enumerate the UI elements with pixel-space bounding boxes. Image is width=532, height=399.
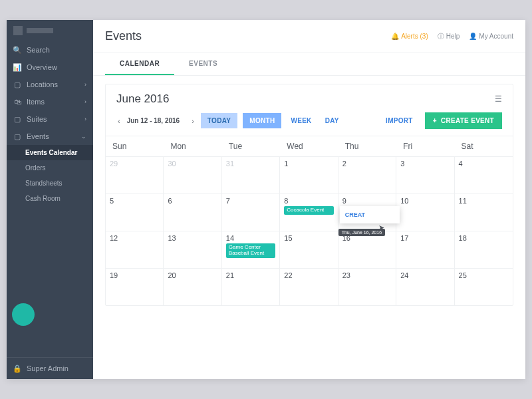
app-shell: 🔍 Search 📊Overview▢Locations›🛍Items›▢Sui… xyxy=(7,20,525,379)
calendar-cell[interactable]: 3 xyxy=(396,156,454,194)
day-number: 19 xyxy=(110,271,159,279)
calendar-cell[interactable]: 7 xyxy=(222,194,280,231)
calendar-cell[interactable]: 5 xyxy=(106,194,164,231)
calendar-cell[interactable]: 29 xyxy=(106,156,164,194)
calendar-cell[interactable]: 30 xyxy=(164,156,221,194)
day-number: 22 xyxy=(284,271,333,279)
calendar-cell[interactable]: 25 xyxy=(455,268,513,305)
help-label: Help xyxy=(446,33,460,40)
account-button[interactable]: 👤 My Account xyxy=(469,33,513,40)
plus-icon: + xyxy=(433,117,437,124)
alerts-button[interactable]: 🔔 Alerts (3) xyxy=(391,33,428,40)
date-range: Jun 12 - 18, 2016 xyxy=(127,117,180,124)
calendar-cell[interactable]: 24 xyxy=(396,268,454,305)
sidebar-icon: ▢ xyxy=(13,132,21,140)
day-button[interactable]: DAY xyxy=(321,113,343,128)
dow-header: Wed xyxy=(280,136,338,156)
calendar-cell[interactable]: 6 xyxy=(164,194,221,231)
filter-icon[interactable]: ☰ xyxy=(495,94,502,104)
calendar-cell[interactable]: 13 xyxy=(164,231,221,268)
fab-button[interactable] xyxy=(12,303,35,326)
sidebar-sub-events-calendar[interactable]: Events Calendar xyxy=(7,145,93,160)
page-title: Events xyxy=(105,29,142,43)
dow-header: Tue xyxy=(222,136,280,156)
sidebar-sub-orders[interactable]: Orders xyxy=(7,160,93,176)
content: June 2016 ☰ ‹ Jun 12 - 18, 2016 › TODAY … xyxy=(93,76,525,379)
day-number: 12 xyxy=(110,234,159,242)
cursor-icon: ➤ xyxy=(378,223,384,232)
calendar-card: June 2016 ☰ ‹ Jun 12 - 18, 2016 › TODAY … xyxy=(105,84,513,306)
dow-header: Mon xyxy=(164,136,221,156)
calendar-toolbar: ‹ Jun 12 - 18, 2016 › TODAY MONTH WEEK D… xyxy=(106,106,513,136)
sidebar-sub-cash-room[interactable]: Cash Room xyxy=(7,191,93,206)
sidebar-sub-standsheets[interactable]: Standsheets xyxy=(7,176,93,191)
day-number: 31 xyxy=(226,160,275,168)
help-button[interactable]: ⓘ Help xyxy=(438,32,460,41)
calendar-cell[interactable]: 22 xyxy=(280,268,338,305)
create-event-label: CREATE EVENT xyxy=(441,117,494,124)
calendar-cell[interactable]: 19 xyxy=(106,268,164,305)
day-number: 30 xyxy=(168,160,217,168)
sidebar-item-locations[interactable]: ▢Locations› xyxy=(7,76,93,93)
day-number: 21 xyxy=(226,271,275,279)
day-number: 8 xyxy=(284,197,333,205)
tab-events[interactable]: EVENTS xyxy=(174,53,232,75)
calendar-cell[interactable]: 10 xyxy=(396,194,454,231)
tab-calendar[interactable]: CALENDAR xyxy=(105,53,174,75)
calendar-cell[interactable]: 20 xyxy=(164,268,221,305)
event-chip[interactable]: Cocacola Event xyxy=(284,206,333,215)
sidebar-footer[interactable]: 🔒 Super Admin xyxy=(7,357,93,379)
next-button[interactable]: › xyxy=(190,116,196,126)
sidebar-icon: 📊 xyxy=(13,63,21,71)
top-actions: 🔔 Alerts (3) ⓘ Help 👤 My Account xyxy=(391,32,513,41)
week-button[interactable]: WEEK xyxy=(287,113,315,128)
day-number: 11 xyxy=(459,197,509,205)
logo xyxy=(7,20,93,41)
day-number: 10 xyxy=(400,197,450,205)
topbar: Events 🔔 Alerts (3) ⓘ Help 👤 My Account xyxy=(93,20,525,53)
day-number: 23 xyxy=(342,271,392,279)
calendar-cell[interactable]: 18 xyxy=(455,231,513,268)
sidebar-item-items[interactable]: 🛍Items› xyxy=(7,93,93,110)
help-icon: ⓘ xyxy=(438,32,444,41)
create-event-button[interactable]: + CREATE EVENT xyxy=(425,112,502,129)
dow-header: Sat xyxy=(455,136,513,156)
today-button[interactable]: TODAY xyxy=(201,113,237,128)
event-chip[interactable]: Game Center Baseball Event xyxy=(226,243,275,258)
alerts-label: Alerts (3) xyxy=(401,33,428,40)
day-number: 2 xyxy=(342,160,392,168)
sidebar-item-overview[interactable]: 📊Overview xyxy=(7,59,93,76)
calendar-cell[interactable]: 15 xyxy=(280,231,338,268)
calendar-cell[interactable]: 14Game Center Baseball Event xyxy=(222,231,280,268)
day-headers: SunMonTueWedThuFriSat xyxy=(106,136,513,156)
calendar-cell[interactable]: 9CREAT➤ xyxy=(338,194,396,231)
sidebar-icon: 🛍 xyxy=(13,98,21,106)
user-icon: 👤 xyxy=(469,33,477,40)
day-number: 4 xyxy=(459,160,509,168)
sidebar-search[interactable]: 🔍 Search xyxy=(7,41,93,59)
calendar-cell[interactable]: 4 xyxy=(455,156,513,194)
prev-button[interactable]: ‹ xyxy=(116,116,122,126)
dow-header: Sun xyxy=(106,136,164,156)
calendar-cell[interactable]: 12 xyxy=(106,231,164,268)
chevron-icon: ⌄ xyxy=(81,133,86,140)
calendar-cell[interactable]: 16Thu, June 16, 2016 xyxy=(338,231,396,268)
import-button[interactable]: IMPORT xyxy=(379,113,420,128)
sidebar-item-label: Locations xyxy=(27,80,58,88)
calendar-cell[interactable]: 31 xyxy=(222,156,280,194)
calendar-cell[interactable]: 11 xyxy=(455,194,513,231)
popover-create-link[interactable]: CREAT xyxy=(345,211,365,218)
card-header: June 2016 ☰ xyxy=(106,84,513,106)
calendar-cell[interactable]: 17 xyxy=(396,231,454,268)
day-number: 17 xyxy=(400,234,450,242)
calendar-cell[interactable]: 1 xyxy=(280,156,338,194)
sidebar-item-suites[interactable]: ▢Suites› xyxy=(7,110,93,128)
day-number: 13 xyxy=(168,234,217,242)
calendar-cell[interactable]: 8Cocacola Event xyxy=(280,194,338,231)
sidebar-item-events[interactable]: ▢Events⌄ xyxy=(7,128,93,145)
calendar-cell[interactable]: 23 xyxy=(338,268,396,305)
month-button[interactable]: MONTH xyxy=(243,113,281,128)
month-title: June 2016 xyxy=(116,92,169,106)
calendar-cell[interactable]: 21 xyxy=(222,268,280,305)
calendar-cell[interactable]: 2 xyxy=(338,156,396,194)
